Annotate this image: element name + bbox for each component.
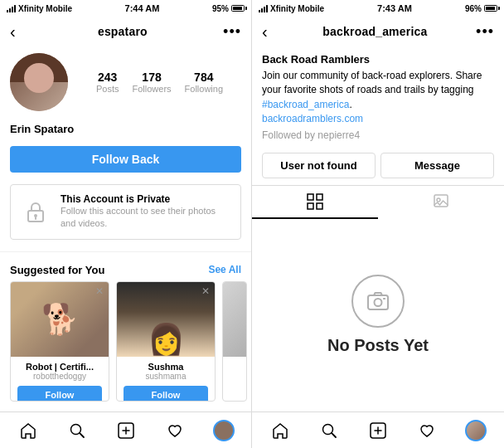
time-right: 7:43 AM xyxy=(377,3,412,13)
card-body-1: Sushma sushmama Follow xyxy=(117,357,215,402)
home-nav-left[interactable] xyxy=(12,414,45,447)
suggested-scroll: ✕ 🐕 Robot | Certifi... robotthedoggy Fol… xyxy=(0,281,251,411)
more-options-right[interactable]: ••• xyxy=(476,23,494,41)
posts-count: 243 xyxy=(98,71,117,84)
signal-bar-1 xyxy=(7,10,8,12)
battery-icon-left xyxy=(231,5,245,12)
lock-icon xyxy=(21,197,51,226)
left-profile-section: 243 Posts 178 Followers 784 Following xyxy=(0,46,251,119)
back-button-left[interactable]: ‹ xyxy=(10,19,22,45)
user-not-found-button[interactable]: User not found xyxy=(262,153,376,178)
svg-rect-12 xyxy=(434,195,448,207)
private-account-subtitle: Follow this account to see their photos … xyxy=(61,205,230,231)
signal-bar-r3 xyxy=(264,7,265,12)
message-button[interactable]: Message xyxy=(380,153,494,178)
signal-bars-right xyxy=(259,5,268,12)
heart-nav-left[interactable] xyxy=(158,414,191,447)
back-button-right[interactable]: ‹ xyxy=(262,19,274,45)
follow-card-button-1[interactable]: Follow xyxy=(124,386,208,402)
close-button-card-0[interactable]: ✕ xyxy=(95,285,104,297)
right-display-name: Back Road Ramblers xyxy=(262,53,494,66)
bio-link[interactable]: backroadramblers.com xyxy=(262,113,363,124)
tab-bar-right xyxy=(252,185,504,219)
follow-card-button-0[interactable]: Follow xyxy=(17,386,102,402)
bio-hashtag: #backroad_america xyxy=(262,99,349,110)
tab-tagged[interactable] xyxy=(378,186,504,219)
signal-bar-r4 xyxy=(266,5,268,12)
user-info-left: Erin Spataro xyxy=(0,119,251,141)
svg-line-18 xyxy=(332,433,336,437)
svg-point-15 xyxy=(375,299,382,306)
no-posts-text: No Posts Yet xyxy=(327,336,429,355)
right-profile-section: Back Road Ramblers Join our community of… xyxy=(252,46,504,146)
suggested-card-0: ✕ 🐕 Robot | Certifi... robotthedoggy Fol… xyxy=(10,281,109,402)
suggested-card-1: ✕ 👩 Sushma sushmama Follow xyxy=(116,281,216,402)
left-status-bar: Xfinity Mobile 7:44 AM 95% xyxy=(0,0,251,17)
divider-left xyxy=(0,251,251,252)
private-section: This Account is Private Follow this acco… xyxy=(10,184,241,240)
display-name-left: Erin Spataro xyxy=(10,123,74,135)
posts-label: Posts xyxy=(96,84,119,94)
nav-title-right: backroad_america xyxy=(274,25,476,38)
card-name-0: Robot | Certifi... xyxy=(17,362,102,372)
right-nav-bar: ‹ backroad_america ••• xyxy=(252,17,504,46)
bio-dot: . xyxy=(349,99,351,110)
private-account-title: This Account is Private xyxy=(61,193,230,205)
suggested-card-2 xyxy=(222,281,247,402)
svg-rect-8 xyxy=(308,194,313,200)
following-label: Following xyxy=(185,84,223,94)
add-nav-right[interactable] xyxy=(361,414,395,447)
left-bottom-nav xyxy=(0,411,251,448)
suggested-title: Suggested for You xyxy=(10,264,104,276)
right-status-bar: Xfinity Mobile 7:43 AM 96% xyxy=(252,0,504,17)
close-button-card-1[interactable]: ✕ xyxy=(201,285,210,297)
card-image-1: 👩 xyxy=(117,282,215,357)
svg-point-13 xyxy=(437,198,440,202)
follow-back-button[interactable]: Follow Back xyxy=(10,146,241,173)
heart-nav-right[interactable] xyxy=(410,414,443,447)
no-posts-section: No Posts Yet xyxy=(252,219,504,411)
signal-bar-3 xyxy=(12,7,13,12)
right-panel: Xfinity Mobile 7:43 AM 96% ‹ backroad_am… xyxy=(252,0,504,448)
search-nav-left[interactable] xyxy=(61,414,94,447)
svg-rect-14 xyxy=(368,295,388,309)
private-text: This Account is Private Follow this acco… xyxy=(61,193,230,231)
see-all-button[interactable]: See All xyxy=(208,264,241,275)
svg-line-4 xyxy=(80,433,84,437)
right-status-left: Xfinity Mobile xyxy=(259,4,324,13)
left-status-right: 95% xyxy=(212,4,245,13)
carrier-right: Xfinity Mobile xyxy=(270,4,324,13)
battery-pct-left: 95% xyxy=(212,4,229,13)
avatar-face xyxy=(24,63,54,93)
avatar-left xyxy=(10,53,68,111)
battery-fill-right xyxy=(486,7,495,10)
action-buttons-right: User not found Message xyxy=(252,146,504,185)
battery-fill-left xyxy=(233,7,242,10)
followers-count: 178 xyxy=(142,71,161,84)
left-status-left: Xfinity Mobile xyxy=(7,4,72,13)
profile-nav-right[interactable] xyxy=(459,414,492,447)
home-nav-right[interactable] xyxy=(264,414,297,447)
card-handle-0: robotthedoggy xyxy=(17,372,102,381)
stat-following: 784 Following xyxy=(185,71,223,94)
nav-title-left: espataro xyxy=(22,25,223,38)
search-nav-right[interactable] xyxy=(313,414,346,447)
carrier-left: Xfinity Mobile xyxy=(18,4,72,13)
bio-followed: Followed by nepierre4 xyxy=(262,129,494,141)
profile-nav-left[interactable] xyxy=(207,414,240,447)
card-body-0: Robot | Certifi... robotthedoggy Follow xyxy=(11,357,109,402)
card-name-1: Sushma xyxy=(124,362,208,372)
left-nav-bar: ‹ espataro ••• xyxy=(0,17,251,46)
suggested-header: Suggested for You See All xyxy=(0,257,251,281)
signal-bars-left xyxy=(7,5,16,12)
tab-grid[interactable] xyxy=(252,186,378,219)
battery-pct-right: 96% xyxy=(465,4,482,13)
signal-bar-4 xyxy=(14,5,16,12)
card-handle-1: sushmama xyxy=(124,372,208,381)
more-options-left[interactable]: ••• xyxy=(223,23,241,41)
svg-rect-16 xyxy=(383,298,385,299)
following-count: 784 xyxy=(194,71,213,84)
add-nav-left[interactable] xyxy=(109,414,143,447)
followers-label: Followers xyxy=(132,84,171,94)
right-status-right: 96% xyxy=(465,4,497,13)
